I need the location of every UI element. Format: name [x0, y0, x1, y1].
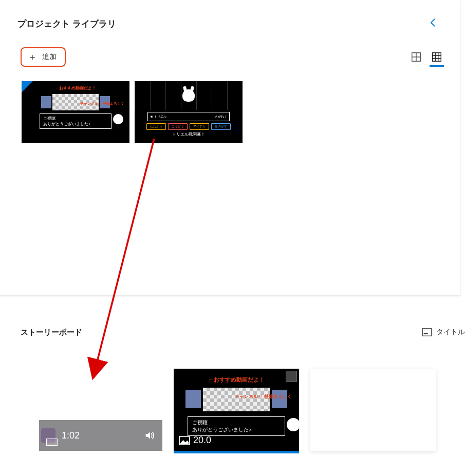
library-item[interactable]: ★ トリエル さがれ！ たたかう こうどう アイテム みのがす トリエル戦開幕！ — [135, 81, 243, 143]
storyboard-title: ストーリーボード — [21, 328, 82, 337]
storyboard-empty-slot[interactable] — [310, 369, 436, 451]
svg-rect-9 — [422, 329, 432, 336]
character-face-icon — [287, 418, 300, 431]
plus-icon: ＋ — [28, 52, 37, 62]
thumbnail-mosaic — [203, 388, 270, 411]
character-face-icon — [113, 114, 123, 124]
back-button[interactable] — [424, 15, 442, 32]
thumbnail-text: ←おすすめ動画だよ！ — [208, 376, 265, 384]
add-button[interactable]: ＋ 追加 — [21, 47, 66, 67]
library-panel: プロジェクト ライブラリ ＋ 追加 — [0, 0, 460, 295]
storyboard-header: ストーリーボード タイトル — [0, 325, 465, 340]
thumbnail-buttons: たたかう こうどう アイテム みのがす — [146, 123, 231, 130]
title-card-icon — [422, 328, 432, 336]
volume-icon — [144, 430, 155, 441]
library-toolbar: ＋ 追加 — [0, 32, 460, 67]
chevron-left-icon — [428, 17, 438, 28]
add-title-card-button[interactable]: タイトル — [417, 325, 465, 340]
title-card-label: タイトル — [436, 328, 465, 337]
clip-duration-overlay: 20.0 — [179, 435, 211, 446]
view-toggle — [411, 51, 442, 63]
storyboard-drop-target[interactable]: 1:02 — [39, 420, 162, 451]
library-header: プロジェクト ライブラリ — [0, 0, 460, 32]
clip-icon — [46, 439, 58, 446]
clip-thumbnail: ★ トリエル さがれ！ たたかう こうどう アイテム みのがす トリエル戦開幕！ — [135, 81, 243, 143]
thumbnail-textbox: ご視聴 ありがとうございました♪ — [188, 416, 285, 436]
clip-thumbnail: ←おすすめ動画だよ！ チャンネル↑↑ 登録よろしく ご視聴 ありがとうございまし… — [22, 81, 129, 143]
svg-rect-3 — [433, 53, 441, 62]
library-items: ←おすすめ動画だよ！ チャンネル↑↑ 登録よろしく ご視聴 ありがとうございまし… — [0, 67, 460, 143]
thumbnail-enemy-area — [135, 81, 243, 110]
library-title: プロジェクト ライブラリ — [17, 18, 116, 30]
play-icon — [185, 92, 192, 101]
storyboard-panel: ストーリーボード タイトル 1:02 ←お — [0, 310, 465, 476]
library-item[interactable]: ←おすすめ動画だよ！ チャンネル↑↑ 登録よろしく ご視聴 ありがとうございまし… — [22, 81, 129, 143]
image-icon — [179, 436, 190, 445]
thumbnail-ui-row: ★ トリエル さがれ！ — [147, 112, 230, 121]
thumbnail-textbox: ご視聴 ありがとうございました♪ — [40, 113, 111, 129]
storyboard-items: 1:02 ←おすすめ動画だよ！ チャンネル↑↑ 登録よろしく ご視聴 ありがとう… — [0, 340, 465, 451]
grid-2x2-icon[interactable] — [411, 51, 422, 63]
add-button-label: 追加 — [42, 52, 57, 62]
thumbnail-side-text: チャンネル↑↑ 登録よろしく — [80, 102, 124, 106]
thumbnail-caption: トリエル戦開幕！ — [172, 131, 205, 137]
grid-3x3-icon[interactable] — [431, 51, 442, 63]
thumbnail-text: ←おすすめ動画だよ！ — [55, 85, 96, 91]
thumbnail-side-text: チャンネル↑↑ 登録よろしく — [235, 394, 292, 399]
selection-bar — [174, 451, 299, 453]
placeholder-duration: 1:02 — [62, 430, 80, 441]
clip-duration: 20.0 — [193, 435, 211, 446]
storyboard-clip[interactable]: ←おすすめ動画だよ！ チャンネル↑↑ 登録よろしく ご視聴 ありがとうございまし… — [174, 369, 299, 451]
svg-rect-10 — [424, 333, 428, 334]
